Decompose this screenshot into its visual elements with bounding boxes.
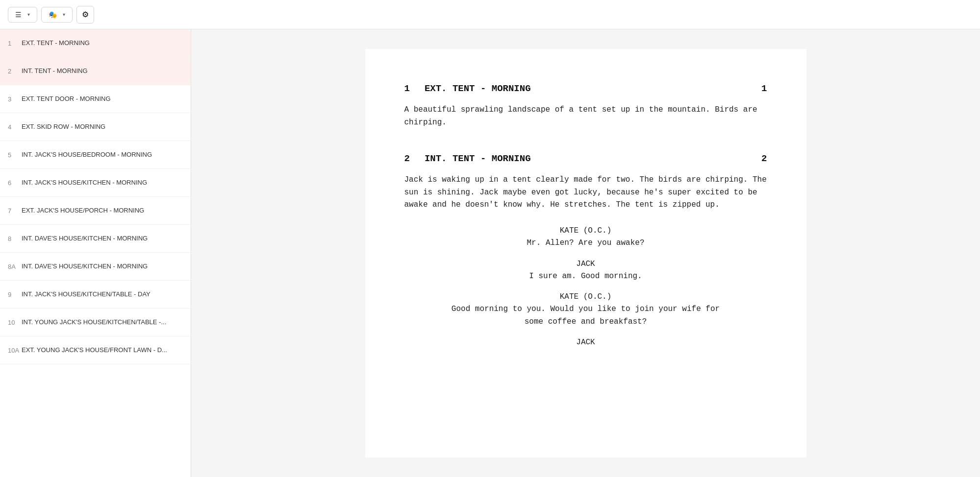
scene-item-number: 10: [8, 319, 22, 326]
scene-item-number: 8: [8, 235, 22, 242]
scene-item-label: EXT. JACK'S HOUSE/PORCH - MORNING: [22, 207, 144, 215]
scene-item-label: INT. DAVE'S HOUSE/KITCHEN - MORNING: [22, 235, 148, 243]
cast-icon: 🎭: [49, 11, 57, 19]
scene-item-label: EXT. TENT DOOR - MORNING: [22, 95, 111, 103]
script-panel[interactable]: 1EXT. TENT - MORNING1A beautiful sprawli…: [191, 29, 980, 477]
scene-block: 1EXT. TENT - MORNING1A beautiful sprawli…: [404, 83, 767, 129]
scene-heading-left: 1EXT. TENT - MORNING: [404, 83, 531, 94]
dialogue-text: Good morning to you. Would you like to j…: [404, 303, 767, 328]
scene-item-label: INT. TENT - MORNING: [22, 67, 88, 75]
scene-item-label: EXT. SKID ROW - MORNING: [22, 123, 105, 131]
scene-heading-left: 2INT. TENT - MORNING: [404, 153, 531, 164]
scene-title: EXT. TENT - MORNING: [425, 83, 531, 94]
scene-list-item-6[interactable]: 6INT. JACK'S HOUSE/KITCHEN - MORNING: [0, 169, 191, 197]
sidebar: 1EXT. TENT - MORNING2INT. TENT - MORNING…: [0, 29, 191, 477]
dialogue-text: Mr. Allen? Are you awake?: [404, 237, 767, 250]
scene-list-item-8[interactable]: 8INT. DAVE'S HOUSE/KITCHEN - MORNING: [0, 225, 191, 253]
character-name: JACK: [404, 260, 767, 268]
scene-item-number: 9: [8, 291, 22, 298]
scene-title: INT. TENT - MORNING: [425, 153, 531, 164]
scene-number-right: 2: [761, 153, 767, 164]
scene-item-number: 3: [8, 95, 22, 103]
scene-list-item-9[interactable]: 9INT. JACK'S HOUSE/KITCHEN/TABLE - DAY: [0, 281, 191, 309]
scene-item-label: EXT. YOUNG JACK'S HOUSE/FRONT LAWN - D..…: [22, 346, 167, 355]
scene-list-item-10[interactable]: 10INT. YOUNG JACK'S HOUSE/KITCHEN/TABLE …: [0, 309, 191, 336]
scene-list-item-3[interactable]: 3EXT. TENT DOOR - MORNING: [0, 85, 191, 113]
dialogue-block: KATE (O.C.)Mr. Allen? Are you awake?: [404, 226, 767, 250]
scene-list-item-10a[interactable]: 10AEXT. YOUNG JACK'S HOUSE/FRONT LAWN - …: [0, 336, 191, 364]
scene-list-item-7[interactable]: 7EXT. JACK'S HOUSE/PORCH - MORNING: [0, 197, 191, 225]
scene-item-label: EXT. TENT - MORNING: [22, 39, 90, 48]
scene-number-left: 2: [404, 153, 410, 164]
cast-button[interactable]: 🎭 ▾: [41, 7, 73, 23]
scene-item-number: 7: [8, 207, 22, 215]
dialogue-block: KATE (O.C.)Good morning to you. Would yo…: [404, 292, 767, 328]
scene-item-number: 4: [8, 123, 22, 131]
scene-item-label: INT. JACK'S HOUSE/KITCHEN/TABLE - DAY: [22, 290, 151, 299]
scene-item-number: 10A: [8, 347, 22, 354]
scene-item-label: INT. YOUNG JACK'S HOUSE/KITCHEN/TABLE -.…: [22, 318, 166, 327]
settings-button[interactable]: ⚙: [76, 6, 94, 24]
script-content: 1EXT. TENT - MORNING1A beautiful sprawli…: [365, 49, 806, 457]
character-name: JACK: [404, 338, 767, 347]
scene-number-right: 1: [761, 83, 767, 94]
scene-heading: 2INT. TENT - MORNING2: [404, 153, 767, 164]
scenes-icon: ☰: [15, 11, 22, 19]
action-text: Jack is waking up in a tent clearly made…: [404, 174, 767, 212]
scene-item-label: INT. DAVE'S HOUSE/KITCHEN - MORNING: [22, 262, 148, 271]
scene-item-number: 5: [8, 151, 22, 159]
scene-number-left: 1: [404, 83, 410, 94]
gear-icon: ⚙: [82, 10, 89, 19]
scene-item-label: INT. JACK'S HOUSE/KITCHEN - MORNING: [22, 179, 147, 187]
scene-item-label: INT. JACK'S HOUSE/BEDROOM - MORNING: [22, 151, 152, 159]
scene-list-item-2[interactable]: 2INT. TENT - MORNING: [0, 57, 191, 85]
scenes-chevron-icon: ▾: [27, 12, 30, 17]
toolbar: ☰ ▾ 🎭 ▾ ⚙: [0, 0, 980, 29]
action-text: A beautiful sprawling landscape of a ten…: [404, 104, 767, 129]
scene-list-item-4[interactable]: 4EXT. SKID ROW - MORNING: [0, 113, 191, 141]
character-name: KATE (O.C.): [404, 292, 767, 301]
dialogue-block: JACK: [404, 338, 767, 347]
scene-list-item-8a[interactable]: 8AINT. DAVE'S HOUSE/KITCHEN - MORNING: [0, 253, 191, 281]
scene-item-number: 8A: [8, 263, 22, 270]
main-content: 1EXT. TENT - MORNING2INT. TENT - MORNING…: [0, 29, 980, 477]
scene-list-item-5[interactable]: 5INT. JACK'S HOUSE/BEDROOM - MORNING: [0, 141, 191, 169]
dialogue-block: JACKI sure am. Good morning.: [404, 260, 767, 283]
scenes-button[interactable]: ☰ ▾: [8, 7, 37, 23]
scene-block: 2INT. TENT - MORNING2Jack is waking up i…: [404, 153, 767, 347]
cast-chevron-icon: ▾: [63, 12, 65, 17]
character-name: KATE (O.C.): [404, 226, 767, 235]
dialogue-text: I sure am. Good morning.: [404, 270, 767, 283]
scene-list-item-1[interactable]: 1EXT. TENT - MORNING: [0, 29, 191, 57]
scene-item-number: 6: [8, 179, 22, 187]
scene-item-number: 2: [8, 68, 22, 75]
scene-heading: 1EXT. TENT - MORNING1: [404, 83, 767, 94]
scene-item-number: 1: [8, 40, 22, 47]
